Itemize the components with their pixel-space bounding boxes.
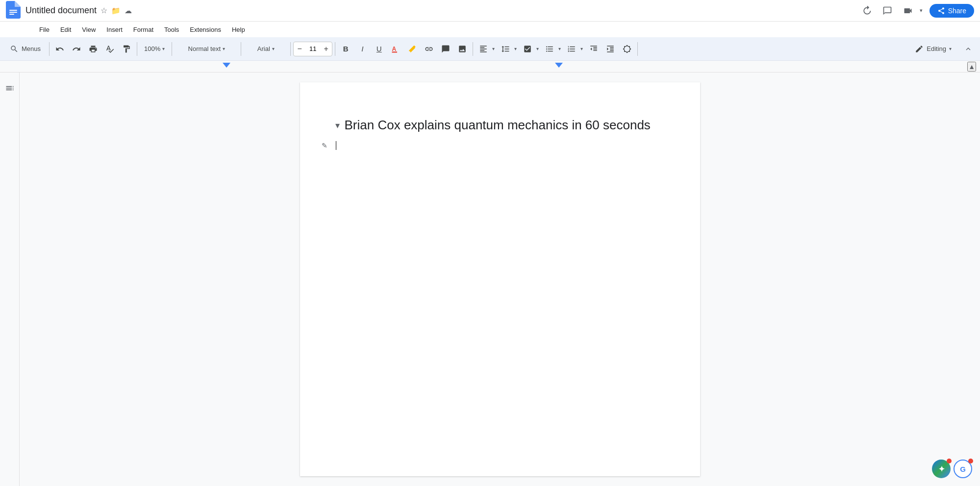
hide-ruler-button[interactable]: ▲ [967,62,976,72]
share-button[interactable]: Share [930,4,974,18]
account-notification [968,459,973,463]
zoom-value: 100% [144,45,160,52]
collapse-toolbar-button[interactable] [960,41,976,57]
separator-2 [137,42,137,56]
document-body[interactable]: ✎ [335,141,665,151]
font-size-input[interactable] [305,45,320,52]
undo-button[interactable] [52,41,68,57]
menu-file[interactable]: File [34,24,54,35]
indent-increase-button[interactable] [603,41,618,57]
text-color-button[interactable]: A [388,41,403,57]
print-button[interactable] [85,41,101,57]
heading-collapse-icon[interactable]: ▾ [335,120,340,131]
svg-rect-0 [9,10,17,11]
folder-icon[interactable]: 📁 [111,6,121,15]
comments-button[interactable] [879,2,896,20]
align-chevron[interactable]: ▾ [492,46,495,51]
ruler-left-marker[interactable] [223,63,230,68]
editing-label: Editing [927,45,946,52]
separator-7 [473,42,473,56]
italic-button[interactable]: I [354,41,370,57]
document-page: ▾ Brian Cox explains quantum mechanics i… [300,82,700,476]
style-chevron: ▾ [223,46,225,51]
bullet-chevron[interactable]: ▾ [558,46,561,51]
toolbar: Menus 100% ▾ Normal text ▾ Arial ▾ − [0,37,980,61]
separator-3 [172,42,172,56]
style-selector[interactable]: Normal text ▾ [175,41,238,57]
italic-icon: I [361,45,363,53]
checklist-chevron[interactable]: ▾ [536,46,539,51]
zoom-chevron: ▾ [162,46,165,51]
page-area: ▾ Brian Cox explains quantum mechanics i… [20,73,980,486]
menu-tools[interactable]: Tools [159,24,184,35]
gemini-notification [947,459,952,463]
svg-text:A: A [392,45,397,52]
document-heading: ▾ Brian Cox explains quantum mechanics i… [335,118,665,133]
menu-bar: File Edit View Insert Format Tools Exten… [0,22,980,37]
meet-dropdown[interactable]: ▾ [920,7,923,14]
share-label: Share [948,7,966,15]
bold-icon: B [343,45,349,53]
document-layout: ▾ Brian Cox explains quantum mechanics i… [0,73,980,486]
svg-rect-1 [9,12,17,13]
comment-button[interactable] [438,41,453,57]
checklist-button[interactable] [520,41,535,57]
ruler-right-marker[interactable] [555,63,563,68]
font-chevron: ▾ [272,46,275,51]
spellcheck-button[interactable] [102,41,118,57]
menu-format[interactable]: Format [128,24,158,35]
numbered-list-button[interactable] [564,41,579,57]
zoom-selector[interactable]: 100% ▾ [140,41,169,57]
spacing-chevron[interactable]: ▾ [514,46,517,51]
underline-button[interactable]: U [371,41,387,57]
clear-format-button[interactable] [619,41,635,57]
bullet-list-button[interactable] [542,41,557,57]
separator-4 [241,42,241,56]
meet-button[interactable] [899,2,917,20]
separator-6 [335,42,335,56]
edit-suggestion-icon[interactable]: ✎ [322,141,327,151]
font-size-control: − + [293,42,332,56]
font-size-decrease[interactable]: − [294,42,305,56]
font-selector[interactable]: Arial ▾ [244,41,288,57]
search-menus-button[interactable]: Menus [4,41,47,57]
search-label: Menus [22,45,41,52]
outline-button[interactable] [2,80,18,96]
font-size-increase[interactable]: + [320,42,332,56]
style-value: Normal text [188,45,221,52]
link-button[interactable] [421,41,437,57]
bold-button[interactable]: B [338,41,353,57]
menu-edit[interactable]: Edit [55,24,76,35]
svg-rect-4 [392,51,398,52]
separator-5 [290,42,291,56]
indent-decrease-button[interactable] [586,41,602,57]
paint-format-button[interactable] [119,41,134,57]
text-cursor [336,141,337,150]
menu-extensions[interactable]: Extensions [185,24,226,35]
separator-8 [637,42,638,56]
underline-icon: U [377,45,382,53]
heading-text[interactable]: Brian Cox explains quantum mechanics in … [345,118,651,133]
doc-title-area: Untitled document ☆ 📁 ☁ [25,5,132,16]
bottom-right-actions: ✦ G [932,460,972,478]
separator-1 [49,42,50,56]
docs-logo [6,1,21,21]
redo-button[interactable] [69,41,84,57]
image-button[interactable] [454,41,470,57]
menu-view[interactable]: View [77,24,101,35]
line-spacing-button[interactable] [498,41,513,57]
star-icon[interactable]: ☆ [101,6,107,15]
menu-insert[interactable]: Insert [101,24,127,35]
topbar-right: ▾ Share [858,2,974,20]
numbered-chevron[interactable]: ▾ [580,46,583,51]
font-value: Arial [257,45,270,52]
cloud-icon[interactable]: ☁ [125,6,132,15]
align-button[interactable] [476,41,491,57]
menu-help[interactable]: Help [227,24,250,35]
editing-mode-button[interactable]: Editing ▾ [909,41,957,57]
svg-rect-2 [9,14,14,15]
highlight-color-button[interactable] [404,41,420,57]
sidebar [0,73,20,486]
history-button[interactable] [858,2,876,20]
doc-title[interactable]: Untitled document [25,5,97,16]
